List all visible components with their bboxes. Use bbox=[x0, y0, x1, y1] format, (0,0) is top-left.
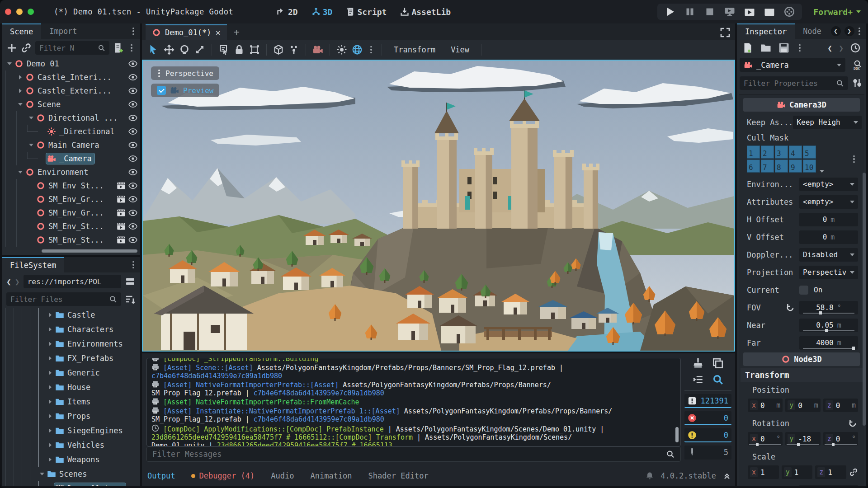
scene-instance-icon[interactable] bbox=[117, 222, 126, 231]
tab-debugger[interactable]: Debugger (4) bbox=[191, 471, 255, 480]
tree-row-generic[interactable]: Generic bbox=[2, 366, 140, 380]
tree-row-sm-env-gr[interactable]: SM_Env_Gr... bbox=[2, 206, 140, 220]
tree-row-scenes[interactable]: Scenes bbox=[2, 467, 140, 481]
rotation-x-slider[interactable] bbox=[749, 444, 781, 445]
far-slider[interactable] bbox=[803, 348, 854, 349]
tree-row-siegeengines[interactable]: SiegeEngines bbox=[2, 423, 140, 438]
window-minimize-button[interactable] bbox=[16, 9, 23, 15]
current-toggle[interactable]: On bbox=[799, 286, 858, 295]
cull-mask-layer-7[interactable]: 7 bbox=[761, 160, 774, 173]
resource-menu-icon[interactable] bbox=[796, 44, 804, 52]
tree-row-sm-env-st[interactable]: SM_Env_St... bbox=[2, 233, 140, 247]
mode-assetlib-button[interactable]: AssetLib bbox=[400, 7, 451, 17]
position-x-field[interactable]: x0m bbox=[748, 399, 783, 412]
visibility-toggle-icon[interactable] bbox=[128, 168, 137, 177]
category-transform[interactable]: Transform bbox=[741, 368, 863, 382]
scene-instance-icon[interactable] bbox=[117, 208, 126, 217]
tree-row-castle-interi[interactable]: Castle_Interi... bbox=[2, 70, 140, 84]
tree-row-house[interactable]: House bbox=[2, 380, 140, 394]
viewport-3d-scene[interactable] bbox=[143, 61, 734, 351]
play-scene-button[interactable] bbox=[744, 6, 755, 17]
link-scale-icon[interactable] bbox=[849, 468, 858, 477]
scene-instance-icon[interactable] bbox=[117, 195, 126, 204]
tree-row-directional[interactable]: Directional ... bbox=[2, 111, 140, 125]
nav-forward-button[interactable]: ❯ bbox=[15, 277, 20, 286]
manage-properties-icon[interactable] bbox=[852, 78, 863, 89]
rotation-order-dropdown[interactable]: Euler bbox=[799, 485, 858, 487]
filesystem-filter-input[interactable] bbox=[10, 295, 106, 304]
expander-open-icon[interactable] bbox=[27, 117, 35, 119]
visibility-toggle-icon[interactable] bbox=[128, 141, 137, 150]
v-offset-field[interactable]: 0 m bbox=[799, 230, 858, 244]
copy-log-button[interactable] bbox=[712, 358, 724, 369]
new-resource-button[interactable] bbox=[742, 42, 753, 53]
renderer-selector[interactable]: Forward+ bbox=[813, 0, 861, 23]
tab-shader-editor[interactable]: Shader Editor bbox=[368, 471, 429, 480]
tree-row-items[interactable]: Items bbox=[2, 394, 140, 409]
visibility-toggle-icon[interactable] bbox=[128, 86, 137, 95]
cull-mask-layer-6[interactable]: 6 bbox=[747, 160, 760, 173]
notification-icon[interactable] bbox=[645, 471, 654, 480]
tree-row-sm-env-st[interactable]: SM_Env_St... bbox=[2, 220, 140, 233]
attach-script-button[interactable] bbox=[113, 42, 124, 53]
reset-property-icon[interactable] bbox=[786, 303, 795, 312]
clear-log-button[interactable] bbox=[692, 358, 704, 369]
visibility-toggle-icon[interactable] bbox=[128, 154, 137, 163]
expander-open-icon[interactable] bbox=[16, 171, 24, 174]
sort-files-icon[interactable] bbox=[125, 294, 136, 305]
cull-mask-menu-icon[interactable] bbox=[850, 155, 858, 163]
tab-scene[interactable]: Scene bbox=[2, 23, 41, 39]
expander-open-icon[interactable] bbox=[16, 103, 24, 106]
tree-row-castle-exteri[interactable]: Castle_Exteri... bbox=[2, 84, 140, 98]
select-tool-icon[interactable] bbox=[148, 44, 159, 55]
tree-row-main-camera[interactable]: Main Camera bbox=[2, 138, 140, 152]
warning-count-toggle[interactable]: 0 bbox=[684, 428, 731, 442]
mode-3d-button[interactable]: 3D bbox=[311, 7, 333, 17]
tree-row-fx-prefabs[interactable]: FX_Prefabs bbox=[2, 351, 140, 366]
chevron-down-icon[interactable] bbox=[820, 170, 824, 173]
sun-settings-icon[interactable] bbox=[336, 44, 347, 55]
toggle-split-mode-icon[interactable] bbox=[125, 276, 136, 287]
pause-button[interactable] bbox=[684, 6, 695, 17]
visibility-toggle-icon[interactable] bbox=[128, 113, 137, 122]
tree-row-sm-env-gr[interactable]: SM_Env_Gr... bbox=[2, 192, 140, 206]
history-forward-button[interactable]: ❯ bbox=[839, 43, 844, 53]
environment-dropdown[interactable]: <empty> bbox=[799, 178, 858, 191]
doppler-dropdown[interactable]: Disabled bbox=[799, 248, 858, 262]
camera-preview-toggle[interactable]: Preview bbox=[151, 84, 219, 97]
edited-object-selector[interactable]: _Camera bbox=[740, 58, 845, 72]
scene-instance-icon[interactable] bbox=[117, 235, 126, 244]
tab-inspector[interactable]: Inspector bbox=[737, 23, 795, 39]
nav-back-button[interactable]: ❮ bbox=[6, 277, 11, 286]
preview-checkbox[interactable] bbox=[157, 86, 166, 95]
play-custom-scene-button[interactable] bbox=[764, 6, 775, 17]
skeleton-options-icon[interactable] bbox=[288, 44, 299, 55]
h-offset-field[interactable]: 0 m bbox=[799, 213, 858, 226]
perspective-menu[interactable]: Perspective bbox=[151, 66, 219, 80]
scene-instance-icon[interactable] bbox=[117, 181, 126, 190]
attributes-dropdown[interactable]: <empty> bbox=[799, 195, 858, 209]
error-count-toggle[interactable]: 0 bbox=[684, 411, 731, 425]
keep-aspect-dropdown[interactable]: Keep Heigh bbox=[793, 116, 862, 129]
search-log-button[interactable] bbox=[712, 374, 724, 385]
lock-tool-icon[interactable] bbox=[234, 44, 245, 55]
tree-row-props[interactable]: Props bbox=[2, 409, 140, 423]
tree-row-scene[interactable]: Scene bbox=[2, 98, 140, 111]
visibility-toggle-icon[interactable] bbox=[128, 208, 137, 217]
log-filter-input[interactable] bbox=[152, 450, 662, 459]
viewport-3d[interactable]: Perspective Preview bbox=[142, 60, 735, 352]
property-filter-input[interactable] bbox=[744, 79, 833, 88]
expander-closed-icon[interactable] bbox=[46, 457, 54, 462]
expander-closed-icon[interactable] bbox=[16, 75, 24, 80]
expander-closed-icon[interactable] bbox=[46, 443, 54, 447]
mode-script-button[interactable]: Script bbox=[346, 7, 387, 17]
visibility-toggle-icon[interactable] bbox=[128, 100, 137, 109]
expand-viewport-icon[interactable] bbox=[720, 27, 731, 38]
fov-field[interactable]: 58.8 ° bbox=[799, 301, 858, 314]
tree-row-characters[interactable]: Characters bbox=[2, 322, 140, 337]
reset-property-icon[interactable] bbox=[848, 419, 857, 428]
expander-closed-icon[interactable] bbox=[46, 313, 54, 317]
environment-settings-icon[interactable] bbox=[352, 44, 363, 55]
rotation-y-field[interactable]: y-18 bbox=[785, 432, 820, 446]
expander-closed-icon[interactable] bbox=[46, 327, 54, 332]
